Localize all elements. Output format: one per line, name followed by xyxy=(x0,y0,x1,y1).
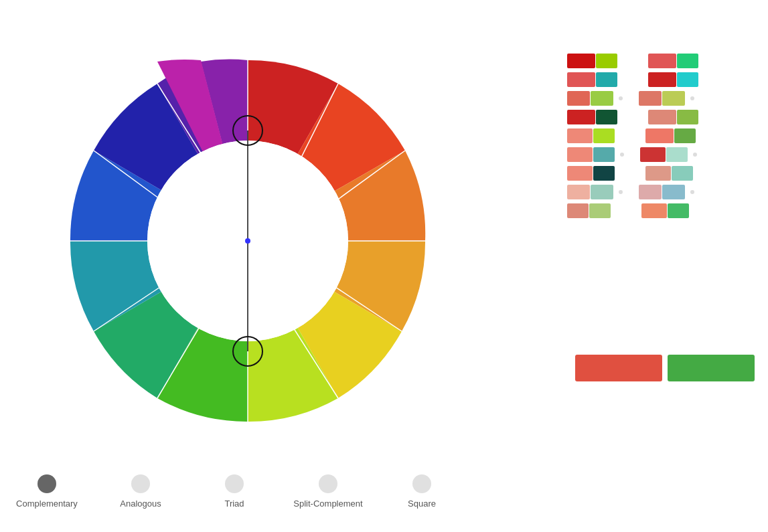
swatch-group xyxy=(648,110,698,124)
dot-separator xyxy=(620,153,624,157)
swatch-group xyxy=(567,110,617,124)
swatch xyxy=(648,54,676,68)
swatch xyxy=(677,110,698,124)
dot-separator xyxy=(619,96,623,100)
main-swatch-left xyxy=(575,355,662,381)
swatch xyxy=(567,72,595,87)
nav-dot-complementary[interactable] xyxy=(37,474,56,493)
swatch-group xyxy=(648,54,698,68)
nav-item-complementary[interactable]: Complementary xyxy=(0,474,94,509)
swatch xyxy=(591,91,613,106)
swatch xyxy=(662,91,685,106)
swatch xyxy=(668,203,689,218)
swatch-group xyxy=(645,128,696,143)
nav-dot-square[interactable] xyxy=(412,474,431,493)
color-wheel-wrapper xyxy=(54,47,442,435)
swatch xyxy=(596,54,617,68)
palette-row-4 xyxy=(567,110,755,124)
nav-dot-triad[interactable] xyxy=(225,474,244,493)
dot-separator xyxy=(693,153,697,157)
swatch-group xyxy=(640,147,688,162)
swatch-group xyxy=(567,166,615,181)
swatch xyxy=(662,185,685,199)
swatch xyxy=(677,54,698,68)
swatch xyxy=(639,91,662,106)
palette-row-6 xyxy=(567,147,755,162)
nav-dot-analogous[interactable] xyxy=(131,474,150,493)
swatch xyxy=(666,147,688,162)
palette-row-1 xyxy=(567,54,755,68)
swatch-group xyxy=(645,166,693,181)
swatch xyxy=(641,203,667,218)
swatch xyxy=(645,128,674,143)
swatch xyxy=(648,110,676,124)
swatch-group xyxy=(567,72,617,87)
swatch xyxy=(640,147,666,162)
swatch xyxy=(672,166,693,181)
color-wheel-container xyxy=(33,20,462,462)
swatch xyxy=(593,128,615,143)
nav-label-square: Square xyxy=(408,499,436,509)
palette-row-5 xyxy=(567,128,755,143)
palette-row-3 xyxy=(567,91,755,106)
swatch xyxy=(567,110,595,124)
nav-label-split-complement: Split-Complement xyxy=(293,499,362,509)
swatch xyxy=(567,203,589,218)
swatch xyxy=(567,147,593,162)
swatch-group xyxy=(567,203,611,218)
palette-row-7 xyxy=(567,166,755,181)
swatch-group xyxy=(639,91,685,106)
nav-dots: Complementary Analogous Triad Split-Comp… xyxy=(0,474,469,509)
swatch xyxy=(648,72,676,87)
palette-row-8 xyxy=(567,185,755,199)
nav-label-analogous: Analogous xyxy=(120,499,161,509)
swatch xyxy=(596,72,617,87)
swatch-group xyxy=(567,128,615,143)
swatch xyxy=(591,185,613,199)
palette-row-2 xyxy=(567,72,755,87)
nav-item-triad[interactable]: Triad xyxy=(187,474,281,509)
swatch xyxy=(567,166,593,181)
dot-separator xyxy=(690,96,694,100)
color-wheel-svg[interactable] xyxy=(54,47,442,435)
swatch-group xyxy=(567,54,617,68)
main-swatch-right xyxy=(668,355,755,381)
swatch xyxy=(593,147,615,162)
bottom-swatches xyxy=(575,355,755,381)
swatch xyxy=(674,128,696,143)
dot-separator xyxy=(619,190,623,194)
nav-label-complementary: Complementary xyxy=(16,499,78,509)
swatch-group xyxy=(567,91,613,106)
palette-panel xyxy=(567,54,755,222)
swatch xyxy=(645,166,671,181)
swatch xyxy=(567,91,590,106)
swatch-group xyxy=(648,72,698,87)
nav-dot-split-complement[interactable] xyxy=(319,474,337,493)
svg-point-18 xyxy=(245,238,250,244)
swatch xyxy=(593,166,615,181)
swatch-group xyxy=(641,203,689,218)
swatch xyxy=(639,185,662,199)
swatch-group xyxy=(567,147,615,162)
swatch xyxy=(677,72,698,87)
nav-item-split-complement[interactable]: Split-Complement xyxy=(281,474,375,509)
swatch xyxy=(596,110,617,124)
dot-separator xyxy=(690,190,694,194)
swatch xyxy=(567,128,593,143)
nav-item-square[interactable]: Square xyxy=(375,474,469,509)
nav-item-analogous[interactable]: Analogous xyxy=(94,474,187,509)
palette-row-9 xyxy=(567,203,755,218)
nav-label-triad: Triad xyxy=(224,499,244,509)
swatch xyxy=(567,185,590,199)
swatch xyxy=(567,54,595,68)
swatch-group xyxy=(567,185,613,199)
swatch-group xyxy=(639,185,685,199)
swatch xyxy=(589,203,611,218)
